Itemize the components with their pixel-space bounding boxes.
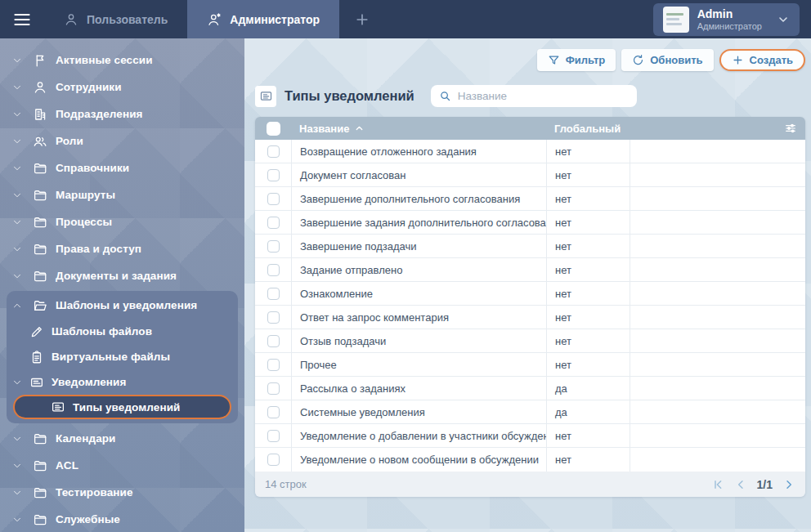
- chevron-down-icon[interactable]: [11, 163, 33, 174]
- column-settings-icon[interactable]: [784, 122, 797, 135]
- refresh-button[interactable]: Обновить: [621, 49, 713, 71]
- sidebar-item[interactable]: Календари: [0, 425, 244, 452]
- filter-button-label: Фильтр: [566, 54, 606, 66]
- new-tab-button[interactable]: [339, 0, 385, 38]
- sidebar-item[interactable]: Справочники: [0, 154, 244, 181]
- workspace-tab-0[interactable]: Пользователь: [44, 0, 187, 38]
- chevron-down-icon[interactable]: [11, 270, 33, 282]
- cell-name: Отзыв подзадачи: [291, 329, 546, 352]
- sidebar-item[interactable]: Шаблоны и уведомления: [7, 292, 238, 319]
- sidebar-item[interactable]: Роли: [0, 127, 244, 154]
- column-header-name[interactable]: Название: [291, 117, 546, 140]
- table-row[interactable]: Прочеенет: [255, 353, 805, 377]
- row-checkbox[interactable]: [267, 264, 280, 276]
- sidebar-item[interactable]: Маршруты: [0, 181, 244, 208]
- table-row[interactable]: Уведомление о добавлении в участники обс…: [255, 424, 805, 448]
- table-row[interactable]: Уведомление о новом сообщении в обсужден…: [255, 448, 805, 472]
- chevron-up-icon[interactable]: [11, 300, 33, 311]
- row-checkbox[interactable]: [267, 240, 280, 253]
- column-header-global[interactable]: Глобальный: [546, 117, 630, 140]
- row-checkbox[interactable]: [267, 217, 280, 229]
- row-checkbox[interactable]: [267, 288, 280, 300]
- row-checkbox[interactable]: [267, 193, 280, 205]
- sidebar-item[interactable]: Шаблоны файлов: [7, 319, 238, 344]
- cell-global: нет: [546, 163, 630, 186]
- sidebar-item-label: Календари: [56, 432, 116, 445]
- create-button[interactable]: Создать: [719, 49, 805, 71]
- select-all-checkbox[interactable]: [267, 122, 280, 136]
- table-row[interactable]: Отзыв подзадачинет: [255, 329, 805, 353]
- sidebar-item[interactable]: Процессы: [0, 208, 244, 235]
- chevron-down-icon[interactable]: [11, 82, 33, 93]
- row-checkbox[interactable]: [267, 145, 280, 158]
- table-row[interactable]: Завершение задания дополнительного согла…: [255, 211, 805, 235]
- table-row[interactable]: Ответ на запрос комментариянет: [255, 306, 805, 329]
- search-input[interactable]: [458, 90, 629, 102]
- sidebar-item[interactable]: Подразделения: [0, 101, 244, 127]
- row-checkbox[interactable]: [267, 169, 280, 181]
- table-row[interactable]: Завершение дополнительного согласованиян…: [255, 187, 805, 211]
- sidebar-item[interactable]: Документы и задания: [0, 262, 244, 289]
- table-row[interactable]: Возвращение отложенного заданиянет: [255, 140, 805, 163]
- first-page-button[interactable]: [711, 478, 724, 491]
- chevron-down-icon[interactable]: [11, 109, 33, 120]
- menu-icon[interactable]: [0, 0, 44, 38]
- sidebar-item[interactable]: Активные сессии: [0, 47, 244, 74]
- chevron-down-icon[interactable]: [11, 460, 33, 472]
- row-checkbox[interactable]: [267, 335, 280, 347]
- workspace-tab-active[interactable]: Администратор: [187, 0, 339, 38]
- chevron-down-icon[interactable]: [11, 433, 33, 445]
- cell-name: Рассылка о заданиях: [291, 377, 546, 400]
- table-row[interactable]: Рассылка о заданияхда: [255, 377, 805, 400]
- row-checkbox[interactable]: [267, 406, 280, 418]
- cell-global: нет: [546, 424, 630, 447]
- sidebar-item[interactable]: Служебные: [0, 506, 244, 532]
- folder-icon: [33, 458, 56, 473]
- sidebar-item[interactable]: ACL: [0, 452, 244, 479]
- sidebar-item[interactable]: Тестирование: [0, 479, 244, 506]
- table-row[interactable]: Системные уведомленияда: [255, 400, 805, 424]
- row-checkbox[interactable]: [267, 359, 280, 371]
- cell-name: Завершение дополнительного согласования: [291, 187, 546, 210]
- sidebar-item[interactable]: Уведомления: [7, 369, 238, 395]
- row-checkbox[interactable]: [267, 311, 280, 324]
- cell-global: нет: [546, 187, 630, 210]
- sidebar-item[interactable]: Права и доступ: [0, 235, 244, 262]
- cell-empty: [630, 163, 805, 186]
- user-name: Admin: [697, 7, 762, 20]
- cell-global: да: [546, 400, 630, 423]
- chevron-down-icon[interactable]: [11, 377, 29, 388]
- row-count: 14 строк: [265, 478, 307, 490]
- chevron-down-icon[interactable]: [11, 136, 33, 147]
- cell-empty: [630, 187, 805, 210]
- user-menu[interactable]: Admin Администратор: [653, 3, 800, 36]
- row-checkbox[interactable]: [267, 382, 280, 395]
- folder-open-icon: [33, 298, 56, 313]
- chevron-down-icon[interactable]: [11, 55, 33, 66]
- chevron-down-icon[interactable]: [11, 190, 33, 201]
- funnel-icon: [548, 54, 560, 66]
- prev-page-button[interactable]: [734, 478, 747, 491]
- row-checkbox[interactable]: [267, 454, 280, 466]
- cell-empty: [630, 448, 805, 472]
- chevron-down-icon: [777, 13, 790, 26]
- cell-name: Ответ на запрос комментария: [291, 306, 546, 329]
- chevron-down-icon[interactable]: [11, 217, 33, 228]
- chevron-down-icon[interactable]: [11, 487, 33, 498]
- table-row[interactable]: Документ согласованнет: [255, 163, 805, 187]
- sidebar-item[interactable]: Типы уведомлений: [13, 395, 231, 419]
- next-page-button[interactable]: [782, 478, 795, 491]
- filter-button[interactable]: Фильтр: [537, 49, 616, 71]
- cell-name: Задание отправлено: [291, 258, 546, 281]
- chevron-down-icon[interactable]: [11, 244, 33, 255]
- cell-name: Уведомление о новом сообщении в обсужден…: [291, 448, 546, 472]
- table-row[interactable]: Ознакомлениенет: [255, 282, 805, 306]
- row-checkbox[interactable]: [267, 430, 280, 442]
- sidebar-item[interactable]: Сотрудники: [0, 74, 244, 101]
- table-row[interactable]: Завершение подзадачинет: [255, 235, 805, 258]
- sidebar-item-label: Шаблоны и уведомления: [56, 299, 197, 311]
- chevron-down-icon[interactable]: [11, 514, 33, 525]
- table-header: Название Глобальный: [255, 117, 805, 140]
- sidebar-item[interactable]: Виртуальные файлы: [7, 344, 238, 369]
- table-row[interactable]: Задание отправленонет: [255, 258, 805, 282]
